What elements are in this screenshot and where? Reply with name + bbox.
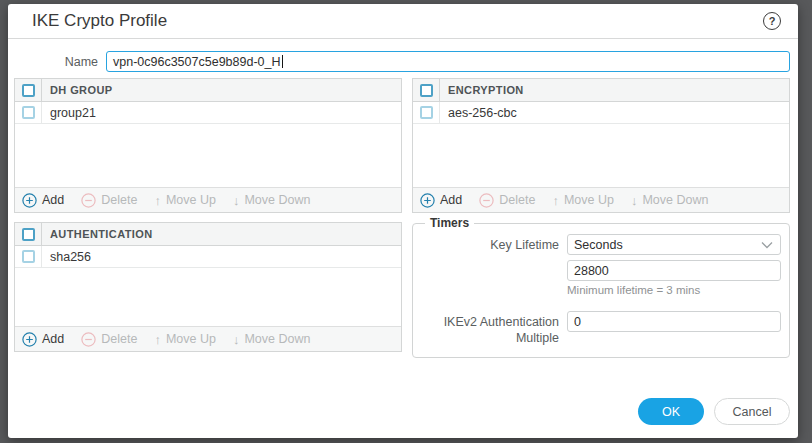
help-icon[interactable]: ? bbox=[763, 12, 781, 30]
table-row[interactable]: sha256 bbox=[15, 246, 401, 268]
add-button-label: Add bbox=[42, 332, 64, 346]
add-button[interactable]: Add bbox=[22, 332, 64, 347]
encryption-toolbar: Add Delete ↑ Move Up ↓ Move Down bbox=[413, 187, 789, 212]
plus-circle-icon bbox=[22, 193, 37, 208]
dh-group-toolbar: Add Delete ↑ Move Up ↓ Move Down bbox=[15, 187, 401, 212]
key-lifetime-value-input[interactable] bbox=[567, 260, 781, 281]
ike-crypto-profile-dialog: IKE Crypto Profile ? Name vpn-0c96c3507c… bbox=[8, 4, 798, 438]
name-field-label: Name bbox=[8, 55, 106, 69]
authentication-header-row: AUTHENTICATION bbox=[15, 223, 401, 246]
dialog-title: IKE Crypto Profile bbox=[32, 11, 167, 31]
key-lifetime-value-row: Minimum lifetime = 3 mins bbox=[421, 260, 781, 306]
ikev2-auth-multiple-label: IKEv2 Authentication Multiple bbox=[421, 311, 567, 347]
move-down-button-label: Move Down bbox=[244, 332, 310, 346]
table-row[interactable]: aes-256-cbc bbox=[413, 102, 789, 124]
dh-group-row-value: group21 bbox=[42, 102, 96, 123]
row-checkbox[interactable] bbox=[420, 106, 433, 119]
delete-button[interactable]: Delete bbox=[81, 332, 137, 347]
move-down-button[interactable]: ↓ Move Down bbox=[233, 332, 311, 347]
key-lifetime-value-spacer bbox=[421, 260, 567, 306]
dh-group-select-all-checkbox[interactable] bbox=[22, 84, 35, 97]
row-checkbox[interactable] bbox=[22, 106, 35, 119]
delete-button[interactable]: Delete bbox=[81, 193, 137, 208]
dialog-footer: OK Cancel bbox=[638, 398, 790, 425]
row-checkbox-cell bbox=[15, 246, 42, 267]
dh-group-column-header: DH GROUP bbox=[42, 79, 112, 101]
arrow-up-icon: ↑ bbox=[154, 193, 161, 208]
arrow-up-icon: ↑ bbox=[154, 332, 161, 347]
move-up-button-label: Move Up bbox=[166, 332, 216, 346]
key-lifetime-unit-value: Seconds bbox=[574, 238, 623, 252]
move-up-button-label: Move Up bbox=[564, 193, 614, 207]
name-input-value: vpn-0c96c3507c5e9b89d-0_H bbox=[113, 55, 281, 69]
delete-button-label: Delete bbox=[499, 193, 535, 207]
authentication-panel: AUTHENTICATION sha256 Add Delete ↑ bbox=[14, 222, 402, 352]
move-up-button[interactable]: ↑ Move Up bbox=[552, 193, 614, 208]
encryption-row-value: aes-256-cbc bbox=[440, 102, 517, 123]
move-down-button-label: Move Down bbox=[244, 193, 310, 207]
name-input[interactable]: vpn-0c96c3507c5e9b89d-0_H bbox=[106, 51, 790, 72]
arrow-down-icon: ↓ bbox=[233, 193, 240, 208]
plus-circle-icon bbox=[22, 332, 37, 347]
move-up-button[interactable]: ↑ Move Up bbox=[154, 193, 216, 208]
encryption-select-all-checkbox[interactable] bbox=[420, 84, 433, 97]
authentication-row-value: sha256 bbox=[42, 246, 91, 267]
minus-circle-icon bbox=[81, 193, 96, 208]
authentication-column-header: AUTHENTICATION bbox=[42, 223, 153, 245]
authentication-select-all-checkbox[interactable] bbox=[22, 228, 35, 241]
move-up-button[interactable]: ↑ Move Up bbox=[154, 332, 216, 347]
authentication-select-all-cell bbox=[15, 223, 42, 245]
text-caret bbox=[282, 55, 283, 68]
row-checkbox-cell bbox=[413, 102, 440, 123]
add-button-label: Add bbox=[440, 193, 462, 207]
add-button[interactable]: Add bbox=[420, 193, 462, 208]
chevron-down-icon bbox=[761, 238, 773, 252]
table-row[interactable]: group21 bbox=[15, 102, 401, 124]
delete-button-label: Delete bbox=[101, 193, 137, 207]
move-down-button-label: Move Down bbox=[642, 193, 708, 207]
row-checkbox-cell bbox=[15, 102, 42, 123]
timers-group: Timers Key Lifetime Seconds Minimum life… bbox=[412, 216, 790, 358]
dialog-header: IKE Crypto Profile ? bbox=[8, 4, 798, 39]
add-button[interactable]: Add bbox=[22, 193, 64, 208]
encryption-panel: ENCRYPTION aes-256-cbc Add Delete bbox=[412, 78, 790, 213]
ikev2-auth-multiple-row: IKEv2 Authentication Multiple bbox=[421, 311, 781, 347]
dh-group-select-all-cell bbox=[15, 79, 42, 101]
timers-group-legend: Timers bbox=[425, 216, 474, 230]
move-down-button[interactable]: ↓ Move Down bbox=[631, 193, 709, 208]
add-button-label: Add bbox=[42, 193, 64, 207]
delete-button-label: Delete bbox=[101, 332, 137, 346]
arrow-down-icon: ↓ bbox=[631, 193, 638, 208]
arrow-down-icon: ↓ bbox=[233, 332, 240, 347]
dh-group-header-row: DH GROUP bbox=[15, 79, 401, 102]
name-field-row: Name vpn-0c96c3507c5e9b89d-0_H bbox=[8, 51, 790, 72]
arrow-up-icon: ↑ bbox=[552, 193, 559, 208]
ikev2-auth-multiple-input[interactable] bbox=[567, 311, 781, 332]
ok-button[interactable]: OK bbox=[638, 398, 704, 425]
cancel-button[interactable]: Cancel bbox=[714, 398, 790, 425]
move-up-button-label: Move Up bbox=[166, 193, 216, 207]
key-lifetime-hint: Minimum lifetime = 3 mins bbox=[567, 284, 781, 296]
key-lifetime-label: Key Lifetime bbox=[421, 234, 567, 255]
encryption-header-row: ENCRYPTION bbox=[413, 79, 789, 102]
encryption-column-header: ENCRYPTION bbox=[440, 79, 524, 101]
minus-circle-icon bbox=[81, 332, 96, 347]
delete-button[interactable]: Delete bbox=[479, 193, 535, 208]
key-lifetime-unit-select[interactable]: Seconds bbox=[567, 234, 781, 255]
dh-group-panel: DH GROUP group21 Add Delete ↑ bbox=[14, 78, 402, 213]
plus-circle-icon bbox=[420, 193, 435, 208]
authentication-toolbar: Add Delete ↑ Move Up ↓ Move Down bbox=[15, 326, 401, 351]
row-checkbox[interactable] bbox=[22, 250, 35, 263]
minus-circle-icon bbox=[479, 193, 494, 208]
encryption-select-all-cell bbox=[413, 79, 440, 101]
move-down-button[interactable]: ↓ Move Down bbox=[233, 193, 311, 208]
key-lifetime-row: Key Lifetime Seconds bbox=[421, 234, 781, 255]
